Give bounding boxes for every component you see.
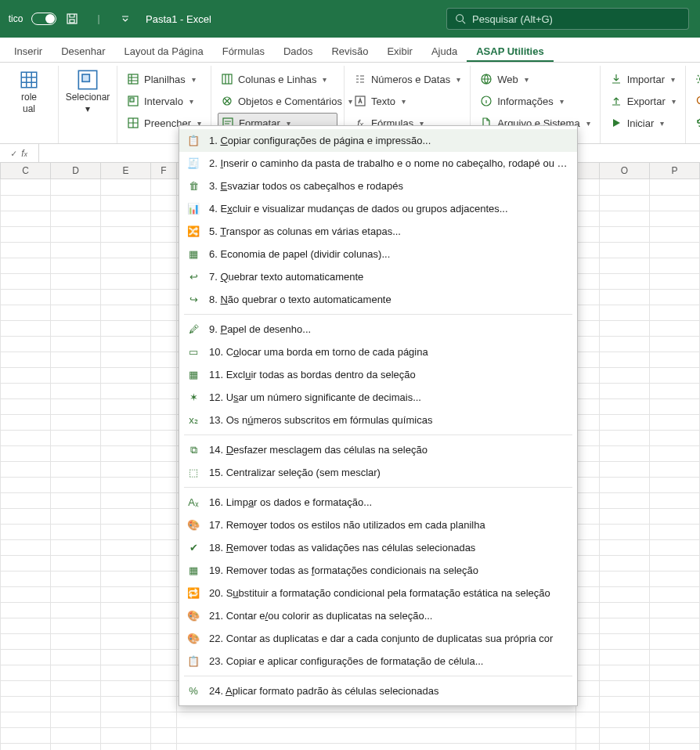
menu-item-18[interactable]: ✔18. Remover todas as validações nas cél… <box>179 536 577 559</box>
svg-rect-5 <box>82 74 89 81</box>
menu-item-icon: 🖉 <box>186 323 201 335</box>
menu-item-22[interactable]: 🎨22. Contar as duplicatas e dar a cada c… <box>179 627 577 650</box>
menu-item-icon: 🧾 <box>186 157 201 169</box>
tab-inserir[interactable]: Inserir <box>5 41 52 62</box>
fx-icon[interactable]: fx <box>21 148 27 159</box>
tab-asap-utilities[interactable]: ASAP Utilities <box>467 41 553 62</box>
auto-save-toggle[interactable] <box>31 8 56 30</box>
chevron-down-icon: ▾ <box>323 75 327 84</box>
ribbon-item-informa-es[interactable]: Informações▾ <box>477 91 594 111</box>
tab-desenhar[interactable]: Desenhar <box>52 41 114 62</box>
tab-exibir[interactable]: Exibir <box>377 41 422 62</box>
svg-rect-8 <box>130 98 134 102</box>
ribbon-item-planilhas[interactable]: Planilhas▾ <box>124 69 204 89</box>
menu-item-20[interactable]: 🔁20. Substituir a formatação condicional… <box>179 582 577 604</box>
ribbon-item-asap-utilitie[interactable]: ASAP Utilitie <box>692 69 700 89</box>
tab-fórmulas[interactable]: Fórmulas <box>213 41 274 62</box>
col-header-O[interactable]: O <box>600 163 650 178</box>
ribbon-item-intervalo[interactable]: Intervalo▾ <box>124 91 204 111</box>
menu-item-8[interactable]: ↪8. Não quebrar o texto automaticamente <box>179 288 577 311</box>
menu-item-label: 8. Não quebrar o texto automaticamente <box>209 294 569 305</box>
ribbon-item-colunas-e-linhas[interactable]: Colunas e Linhas▾ <box>218 69 337 89</box>
menu-item-14[interactable]: ⧉14. Desfazer mesclagem das células na s… <box>179 438 577 461</box>
ribbon-item-importar[interactable]: Importar▾ <box>607 69 679 89</box>
menu-item-label: 1. Copiar configurações de página e impr… <box>209 135 569 146</box>
menu-item-icon: 🗑 <box>186 180 201 192</box>
chevron-down-icon: ▾ <box>456 75 460 84</box>
textA-icon <box>354 95 366 107</box>
menu-item-11[interactable]: ▦11. Excluir todas as bordas dentro da s… <box>179 363 577 386</box>
menu-item-label: 10. Colocar uma borda em torno de cada p… <box>209 346 569 358</box>
menu-item-icon: 📊 <box>186 203 201 215</box>
tab-layout-da-página[interactable]: Layout da Página <box>115 41 213 62</box>
menu-item-label: 22. Contar as duplicatas e dar a cada co… <box>209 633 569 644</box>
menu-item-15[interactable]: ⬚15. Centralizar seleção (sem mesclar) <box>179 461 577 484</box>
menu-item-19[interactable]: ▦19. Remover todas as formatações condic… <box>179 559 577 582</box>
menu-item-3[interactable]: 🗑3. Esvaziar todos os cabeçalhos e rodap… <box>179 175 577 197</box>
menu-item-icon: ▦ <box>186 564 201 576</box>
col-header-P[interactable]: P <box>650 163 700 178</box>
ribbon-item-n-meros-e-datas[interactable]: Números e Datas▾ <box>351 69 464 89</box>
ribbon-item-iniciar[interactable]: Iniciar▾ <box>607 113 679 133</box>
col-header-F[interactable]: F <box>151 163 177 178</box>
menu-item-9[interactable]: 🖉9. Papel de desenho... <box>179 318 577 341</box>
chevron-down-icon: ▾ <box>189 97 193 106</box>
menu-item-21[interactable]: 🎨21. Contar e/ou colorir as duplicatas n… <box>179 604 577 627</box>
refresh-icon <box>695 117 700 129</box>
doc-title: Pasta1 <box>146 13 177 25</box>
menu-item-label: 5. Transpor as colunas em várias etapas.… <box>209 225 569 237</box>
col-header-E[interactable]: E <box>101 163 151 178</box>
menu-item-label: 11. Excluir todas as bordas dentro da se… <box>209 369 569 380</box>
auto-save-label: tico <box>5 8 27 30</box>
save-icon[interactable] <box>61 8 83 30</box>
menu-item-10[interactable]: ▭10. Colocar uma borda em torno de cada … <box>179 341 577 363</box>
menu-item-13[interactable]: x₂13. Os números subscritos em fórmulas … <box>179 409 577 431</box>
chevron-down-icon: ▾ <box>85 104 90 114</box>
ribbon-item-objetos-e-coment-rios[interactable]: Objetos e Comentários▾ <box>218 91 337 111</box>
ribbon-item-web[interactable]: Web▾ <box>477 69 594 89</box>
ribbon-selecionar[interactable]: Selecionar ▾ <box>65 69 110 114</box>
app-name: Excel <box>186 13 211 25</box>
menu-item-label: 17. Remover todos os estilos não utiliza… <box>209 519 569 531</box>
menu-item-1[interactable]: 📋1. Copiar configurações de página e imp… <box>179 129 577 152</box>
menu-item-12[interactable]: ✶12. Usar um número significante de deci… <box>179 386 577 409</box>
ribbon-item-localizar-e-e[interactable]: Localizar e e <box>692 91 700 111</box>
menu-item-5[interactable]: 🔀5. Transpor as colunas em várias etapas… <box>179 220 577 243</box>
menu-divider <box>184 314 572 315</box>
col-header-D[interactable]: D <box>51 163 101 178</box>
menu-item-16[interactable]: Aᵪ16. Limpar os dados e formatação... <box>179 491 577 514</box>
web-icon <box>480 73 493 85</box>
col-header-blank <box>576 163 600 178</box>
col-header-C[interactable]: C <box>1 163 51 178</box>
menu-item-icon: 🎨 <box>186 610 201 622</box>
menu-item-label: 20. Substituir a formatação condicional … <box>209 587 569 599</box>
tab-dados[interactable]: Dados <box>274 41 323 62</box>
menu-item-23[interactable]: 📋23. Copiar e aplicar configurações de f… <box>179 650 577 672</box>
exp-icon <box>610 95 622 107</box>
menu-divider <box>184 676 572 676</box>
menu-item-17[interactable]: 🎨17. Remover todos os estilos não utiliz… <box>179 514 577 536</box>
search-box[interactable]: Pesquisar (Alt+G) <box>446 8 689 30</box>
qat-customize-chevron[interactable] <box>114 8 136 30</box>
menu-item-label: 16. Limpar os dados e formatação... <box>209 496 569 508</box>
ribbon-item-texto[interactable]: Texto▾ <box>351 91 464 111</box>
menu-item-24[interactable]: %24. Aplicar formato padrão às células s… <box>179 680 577 702</box>
search-icon <box>695 95 700 107</box>
ribbon-item-exportar[interactable]: Exportar▾ <box>607 91 679 111</box>
num-icon <box>354 73 366 85</box>
menu-item-label: 23. Copiar e aplicar configurações de fo… <box>209 655 569 667</box>
menu-item-icon: x₂ <box>186 414 201 426</box>
menu-item-label: 2. Inserir o caminho da pasta de trabalh… <box>209 157 569 169</box>
menu-item-2[interactable]: 🧾2. Inserir o caminho da pasta de trabal… <box>179 152 577 175</box>
svg-rect-3 <box>21 72 37 88</box>
menu-item-7[interactable]: ↩7. Quebrar texto automaticamente <box>179 265 577 288</box>
menu-item-icon: ✔ <box>186 542 201 553</box>
menu-item-6[interactable]: ▦6. Economia de papel (dividir colunas).… <box>179 243 577 265</box>
cancel-icon[interactable]: ✓ <box>11 148 16 159</box>
tab-ajuda[interactable]: Ajuda <box>422 41 467 62</box>
menu-item-4[interactable]: 📊4. Excluir e visualizar mudanças de dad… <box>179 197 577 220</box>
ribbon-big-btn-1[interactable]: role ual <box>6 69 52 114</box>
ribbon-item-iniciar-a-lti[interactable]: Iniciar a últi <box>692 113 700 133</box>
tab-revisão[interactable]: Revisão <box>322 41 377 62</box>
menu-item-label: 14. Desfazer mesclagem das células na se… <box>209 444 569 456</box>
